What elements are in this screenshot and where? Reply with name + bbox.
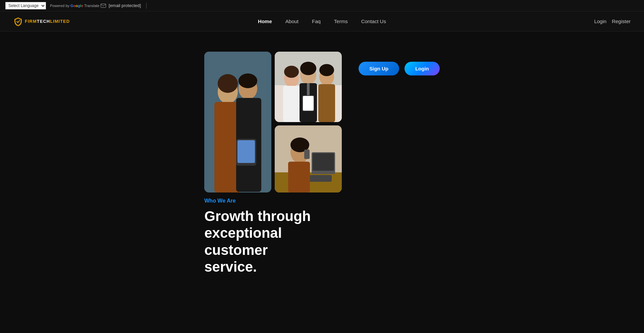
nav-link-login[interactable]: Login xyxy=(594,18,606,24)
email-area: [email protected] xyxy=(101,3,147,9)
top-bar: Select Language Powered by Google Transl… xyxy=(0,0,644,11)
nav-item-faq[interactable]: Faq xyxy=(312,18,321,24)
nav-item-about[interactable]: About xyxy=(285,18,299,24)
svg-rect-31 xyxy=(288,162,310,192)
nav-item-terms[interactable]: Terms xyxy=(334,18,348,24)
nav-link-terms[interactable]: Terms xyxy=(334,18,348,24)
buttons-col: Sign Up Login xyxy=(355,52,440,75)
photo-office-woman xyxy=(275,125,342,192)
svg-rect-28 xyxy=(313,153,334,171)
email-address: [email protected] xyxy=(109,3,141,8)
language-dropdown[interactable]: Select Language xyxy=(5,2,46,9)
svg-point-9 xyxy=(218,74,238,93)
logo[interactable]: FIRMTECHLIMITED xyxy=(13,17,70,26)
email-icon xyxy=(101,4,106,8)
navbar: FIRMTECHLIMITED Home About Faq Terms Con… xyxy=(0,11,644,32)
language-selector[interactable]: Select Language xyxy=(5,2,46,9)
svg-rect-33 xyxy=(304,150,310,159)
svg-point-15 xyxy=(284,66,299,78)
nav-item-home[interactable]: Home xyxy=(258,18,272,24)
svg-point-18 xyxy=(300,62,316,75)
shield-icon xyxy=(13,17,23,26)
divider xyxy=(146,3,147,9)
hero-section: Sign Up Login Who We Are Growth through … xyxy=(0,32,644,289)
translate-text: Translate xyxy=(84,4,99,8)
google-logo: Google xyxy=(70,4,83,8)
cta-buttons: Sign Up Login xyxy=(359,62,440,75)
nav-item-contact[interactable]: Contact Us xyxy=(361,18,386,24)
photos-and-buttons: Sign Up Login xyxy=(204,52,440,192)
svg-rect-8 xyxy=(237,140,255,163)
who-we-are-label: Who We Are xyxy=(204,198,338,204)
svg-point-10 xyxy=(238,73,257,88)
svg-rect-14 xyxy=(283,86,300,122)
svg-point-22 xyxy=(319,64,334,76)
photo-team xyxy=(275,52,342,122)
signup-button[interactable]: Sign Up xyxy=(359,62,399,75)
photo-grid xyxy=(204,52,342,192)
hero-headline: Growth through exceptional customer serv… xyxy=(204,208,338,276)
login-button[interactable]: Login xyxy=(405,62,440,75)
nav-link-faq[interactable]: Faq xyxy=(312,18,321,24)
nav-auth: Login Register xyxy=(594,18,631,24)
google-translate-bar: Powered by Google Translate xyxy=(50,4,100,8)
svg-rect-19 xyxy=(307,83,310,97)
svg-rect-24 xyxy=(303,96,314,111)
svg-rect-21 xyxy=(318,84,335,122)
logo-text: FIRMTECHLIMITED xyxy=(25,19,70,24)
svg-rect-0 xyxy=(101,4,106,7)
nav-link-home[interactable]: Home xyxy=(258,18,272,24)
powered-by-text: Powered by xyxy=(50,4,69,8)
photo-business-pair xyxy=(204,52,271,192)
nav-link-contact[interactable]: Contact Us xyxy=(361,18,386,24)
nav-link-about[interactable]: About xyxy=(285,18,299,24)
nav-link-register[interactable]: Register xyxy=(612,18,631,24)
hero-inner: Sign Up Login Who We Are Growth through … xyxy=(204,52,440,276)
hero-text-below: Who We Are Growth through exceptional cu… xyxy=(204,198,338,276)
nav-links: Home About Faq Terms Contact Us xyxy=(258,18,386,24)
